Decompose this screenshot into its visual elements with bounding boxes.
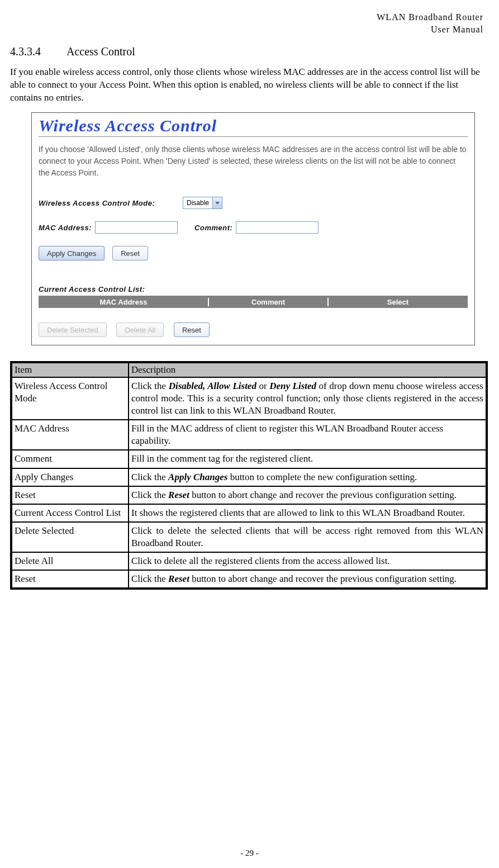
item-cell: MAC Address bbox=[11, 420, 129, 450]
desc-cell: Click the Reset button to abort change a… bbox=[129, 570, 487, 589]
desc-cell: Click the Apply Changes button to comple… bbox=[129, 468, 487, 486]
delete-all-button[interactable]: Delete All bbox=[116, 322, 164, 337]
acl-col-comment: Comment bbox=[209, 298, 329, 306]
current-acl-label: Current Access Control List: bbox=[39, 285, 468, 293]
table-row: Comment Fill in the comment tag for the … bbox=[11, 450, 487, 468]
section-title: Access Control bbox=[66, 45, 135, 58]
item-cell: Reset bbox=[11, 570, 129, 589]
acl-table-header: MAC Address Comment Select bbox=[39, 296, 468, 308]
table-row: Reset Click the Reset button to abort ch… bbox=[11, 486, 487, 504]
header-item: Item bbox=[11, 362, 129, 377]
header-line-2: User Manual bbox=[10, 23, 483, 36]
screenshot-description: If you choose 'Allowed Listed', only tho… bbox=[39, 144, 468, 179]
mode-label: Wireless Access Control Mode: bbox=[39, 199, 183, 207]
apply-changes-button[interactable]: Apply Changes bbox=[39, 246, 104, 260]
item-cell: Comment bbox=[11, 450, 129, 468]
item-cell: Delete Selected bbox=[11, 522, 129, 552]
item-cell: Delete All bbox=[11, 552, 129, 570]
delete-selected-button[interactable]: Delete Selected bbox=[39, 322, 107, 337]
item-cell: Current Access Control List bbox=[11, 504, 129, 522]
page-header: WLAN Broadband Router User Manual bbox=[10, 11, 488, 35]
desc-cell: Fill in the comment tag for the register… bbox=[129, 450, 487, 468]
acl-col-mac: MAC Address bbox=[39, 298, 209, 306]
item-cell: Reset bbox=[11, 486, 129, 504]
desc-cell: Click the Disabled, Allow Listed or Deny… bbox=[129, 377, 487, 420]
section-number: 4.3.3.4 bbox=[10, 45, 41, 58]
divider bbox=[39, 136, 468, 137]
item-cell: Apply Changes bbox=[11, 468, 129, 486]
mode-select-value: Disable bbox=[183, 199, 212, 207]
comment-label: Comment: bbox=[194, 224, 232, 232]
description-table: Item Description Wireless Access Control… bbox=[10, 361, 488, 590]
desc-cell: Click to delete all the registered clien… bbox=[129, 552, 487, 570]
table-row: Reset Click the Reset button to abort ch… bbox=[11, 570, 487, 589]
section-heading: 4.3.3.4 Access Control bbox=[10, 45, 488, 58]
desc-cell: Click to delete the selected clients tha… bbox=[129, 522, 487, 552]
chevron-down-icon[interactable] bbox=[212, 197, 222, 208]
table-row: Delete Selected Click to delete the sele… bbox=[11, 522, 487, 552]
table-header-row: Item Description bbox=[11, 362, 487, 377]
header-description: Description bbox=[129, 362, 487, 377]
mac-address-label: MAC Address: bbox=[39, 224, 92, 232]
page-number: - 29 - bbox=[0, 848, 499, 858]
reset-button[interactable]: Reset bbox=[112, 246, 148, 260]
table-row: Current Access Control List It shows the… bbox=[11, 504, 487, 522]
mac-address-input[interactable] bbox=[95, 221, 178, 234]
table-row: Wireless Access Control Mode Click the D… bbox=[11, 377, 487, 420]
header-line-1: WLAN Broadband Router bbox=[10, 11, 483, 23]
intro-paragraph: If you enable wireless access control, o… bbox=[10, 66, 488, 105]
desc-cell: Click the Reset button to abort change a… bbox=[129, 486, 487, 504]
item-cell: Wireless Access Control Mode bbox=[11, 377, 129, 420]
screenshot-title: Wireless Access Control bbox=[39, 116, 468, 136]
comment-input[interactable] bbox=[236, 221, 319, 234]
screenshot-panel: Wireless Access Control If you choose 'A… bbox=[31, 112, 475, 345]
reset-acl-button[interactable]: Reset bbox=[174, 322, 210, 337]
table-row: Delete All Click to delete all the regis… bbox=[11, 552, 487, 570]
acl-col-select: Select bbox=[329, 298, 467, 306]
table-row: Apply Changes Click the Apply Changes bu… bbox=[11, 468, 487, 486]
desc-cell: Fill in the MAC address of client to reg… bbox=[129, 420, 487, 450]
desc-cell: It shows the registered clients that are… bbox=[129, 504, 487, 522]
mode-select[interactable]: Disable bbox=[183, 197, 222, 209]
table-row: MAC Address Fill in the MAC address of c… bbox=[11, 420, 487, 450]
